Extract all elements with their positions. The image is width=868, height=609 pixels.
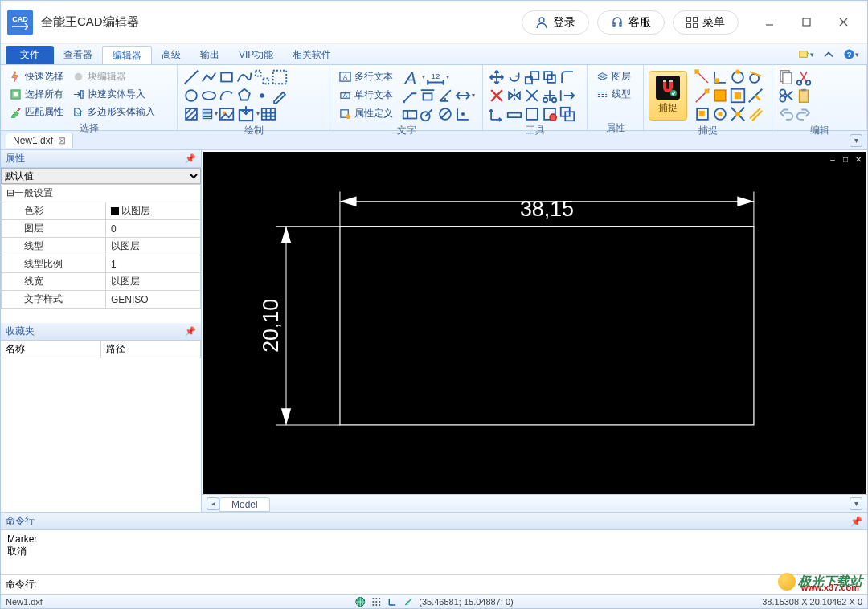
linetype-button[interactable]: 线型 xyxy=(592,86,634,102)
snap-tan-icon[interactable] xyxy=(747,68,764,85)
dim-ord-icon[interactable] xyxy=(454,105,472,122)
rotate-icon[interactable] xyxy=(506,68,523,85)
dim-more-icon[interactable]: ▾ xyxy=(454,87,475,104)
snap-perp-icon[interactable] xyxy=(711,68,729,85)
arc-sel-icon[interactable] xyxy=(253,68,271,85)
ellipse-icon[interactable] xyxy=(200,87,218,104)
circle-icon[interactable] xyxy=(182,87,200,104)
menu-tab-viewer[interactable]: 查看器 xyxy=(54,46,102,64)
dim-style-icon[interactable]: 12▾ xyxy=(425,68,449,85)
snap-int-icon[interactable] xyxy=(729,105,747,122)
redo-icon[interactable] xyxy=(795,105,813,122)
measure-icon[interactable] xyxy=(506,105,523,122)
help-icon[interactable]: ?▾ xyxy=(843,47,859,63)
rect-icon[interactable] xyxy=(218,68,235,85)
clip-scissors-icon[interactable] xyxy=(777,87,795,104)
stext-button[interactable]: A单行文本 xyxy=(335,88,396,104)
image-icon[interactable] xyxy=(218,105,235,122)
erase-icon[interactable] xyxy=(488,87,506,104)
pin-icon[interactable]: 📌 xyxy=(185,326,196,337)
move-icon[interactable] xyxy=(488,68,506,85)
tolerance-icon[interactable] xyxy=(401,105,419,122)
snap-quad-icon[interactable] xyxy=(729,87,747,104)
snap-button[interactable]: 捕捉 xyxy=(649,71,687,121)
match-prop-button[interactable]: 匹配属性 xyxy=(6,104,67,120)
dim-linear-icon[interactable] xyxy=(419,87,436,104)
doc-tab[interactable]: New1.dxf ⊠ xyxy=(6,133,73,148)
pin-icon[interactable]: 📌 xyxy=(850,516,862,527)
menu-button[interactable]: 菜单 xyxy=(673,10,739,35)
polygon-icon[interactable] xyxy=(235,87,253,104)
copy-icon[interactable] xyxy=(541,68,559,85)
text-style-icon[interactable]: A▾ xyxy=(401,68,425,85)
doc-tab-dropdown[interactable]: ▾ xyxy=(850,134,862,147)
menu-file[interactable]: 文件 xyxy=(6,46,54,64)
block-edit-button[interactable]: 块编辑器 xyxy=(68,68,158,84)
props-section[interactable]: ⊟一般设置 xyxy=(2,185,201,202)
pin-icon[interactable]: 📌 xyxy=(185,153,196,164)
menu-tab-editor[interactable]: 编辑器 xyxy=(102,46,152,64)
mtext-button[interactable]: A多行文本 xyxy=(335,69,396,85)
layer-toggle-icon[interactable]: ▾ xyxy=(798,47,814,63)
arc-icon[interactable] xyxy=(218,87,235,104)
point-icon[interactable] xyxy=(253,87,271,104)
dim-angle-icon[interactable] xyxy=(436,87,454,104)
snap-par-icon[interactable] xyxy=(747,105,764,122)
ucs-icon[interactable] xyxy=(488,105,506,122)
pencil-icon[interactable] xyxy=(271,87,289,104)
close-button[interactable] xyxy=(825,10,861,35)
model-tab-dropdown[interactable]: ▾ xyxy=(850,497,862,510)
line-icon[interactable] xyxy=(182,68,200,85)
drawing-canvas[interactable]: – □ ✕ 38,15 20,10 xyxy=(203,152,866,494)
scale-icon[interactable] xyxy=(523,68,541,85)
group-icon[interactable] xyxy=(559,105,576,122)
fillet-icon[interactable] xyxy=(559,68,576,85)
extend-icon[interactable] xyxy=(559,87,576,104)
support-button[interactable]: 客服 xyxy=(597,10,665,35)
fav-col-name[interactable]: 名称 xyxy=(1,341,101,358)
mirror-icon[interactable] xyxy=(506,87,523,104)
trim-icon[interactable] xyxy=(541,87,559,104)
grid-dots-icon[interactable] xyxy=(371,596,382,607)
block-create-icon[interactable] xyxy=(523,105,541,122)
maximize-button[interactable] xyxy=(788,10,824,35)
leader-icon[interactable] xyxy=(401,87,419,104)
polar-icon[interactable] xyxy=(403,596,414,607)
minimize-button[interactable] xyxy=(751,10,787,35)
quick-select-button[interactable]: 快速选择 xyxy=(6,68,67,84)
menu-tab-related[interactable]: 相关软件 xyxy=(283,46,341,64)
snap-end-icon[interactable] xyxy=(694,68,711,85)
snap-node-icon[interactable] xyxy=(711,87,729,104)
dim-radius-icon[interactable] xyxy=(419,105,436,122)
menu-tab-vip[interactable]: VIP功能 xyxy=(229,46,283,64)
insert-icon[interactable]: ▾ xyxy=(235,105,260,122)
menu-tab-output[interactable]: 输出 xyxy=(190,46,229,64)
rect-sel-icon[interactable] xyxy=(271,68,289,85)
ortho-icon[interactable] xyxy=(387,596,398,607)
command-input[interactable] xyxy=(40,578,862,591)
spline-icon[interactable] xyxy=(235,68,253,85)
purge-icon[interactable] xyxy=(541,105,559,122)
polygon-entity-in-button[interactable]: 多边形实体输入 xyxy=(68,104,158,120)
clip-copy-icon[interactable] xyxy=(777,68,795,85)
fav-col-path[interactable]: 路径 xyxy=(101,341,202,358)
polyline-icon[interactable] xyxy=(200,68,218,85)
undo-icon[interactable] xyxy=(777,105,795,122)
select-all-button[interactable]: 选择所有 xyxy=(6,86,67,102)
dim-diam-icon[interactable] xyxy=(436,105,454,122)
globe-icon[interactable] xyxy=(354,596,366,607)
clip-paste-icon[interactable] xyxy=(795,87,813,104)
hatch2-icon[interactable]: ▾ xyxy=(200,105,218,122)
menu-tab-advanced[interactable]: 高级 xyxy=(152,46,190,64)
model-tab[interactable]: Model xyxy=(219,497,270,512)
snap-near-icon[interactable] xyxy=(747,87,764,104)
table-icon[interactable] xyxy=(260,105,277,122)
quick-entity-in-button[interactable]: 快速实体导入 xyxy=(68,86,158,102)
snap-cen-icon[interactable] xyxy=(711,105,729,122)
hatch-icon[interactable] xyxy=(182,105,200,122)
snap-mid-icon[interactable] xyxy=(694,87,711,104)
collapse-ribbon-icon[interactable] xyxy=(821,47,837,63)
explode-icon[interactable] xyxy=(523,87,541,104)
clip-cut-icon[interactable] xyxy=(795,68,813,85)
model-tab-left[interactable]: ◂ xyxy=(207,497,219,510)
